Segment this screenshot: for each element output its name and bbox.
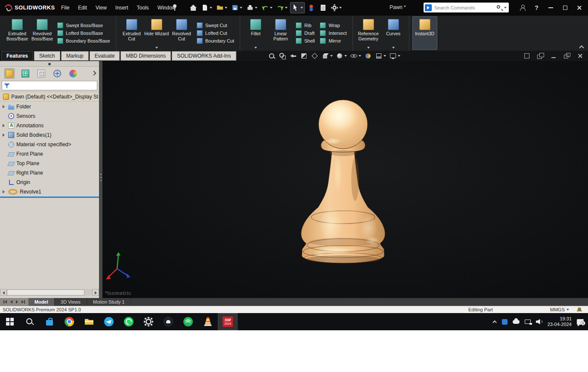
restore-doc-button[interactable]: [563, 52, 570, 59]
expander-icon[interactable]: [2, 190, 6, 194]
home-button[interactable]: [188, 3, 198, 13]
chevron-down-icon[interactable]: [398, 55, 400, 57]
tab-markup[interactable]: Markup: [61, 51, 89, 61]
chevron-down-icon[interactable]: [285, 7, 288, 9]
chevron-down-icon[interactable]: [384, 55, 386, 57]
expand-tabs-icon[interactable]: [92, 71, 96, 75]
select-button[interactable]: [290, 2, 305, 13]
file-properties-button[interactable]: [318, 3, 328, 13]
store-taskbar-button[interactable]: [40, 313, 59, 330]
network-icon[interactable]: [525, 320, 531, 324]
chevron-down-icon[interactable]: [504, 7, 507, 9]
chevron-down-icon[interactable]: [225, 7, 227, 9]
boundary-boss-base-button[interactable]: Boundary Boss/Base: [57, 38, 110, 44]
swept-cut-button[interactable]: Swept Cut: [197, 22, 234, 28]
chevron-down-icon[interactable]: [240, 7, 242, 9]
tree-item-annotations[interactable]: Annotations: [0, 121, 99, 130]
cascade-button[interactable]: [537, 52, 544, 59]
settings-taskbar-button[interactable]: [139, 313, 158, 330]
expander-icon[interactable]: [2, 105, 6, 109]
help-button[interactable]: [529, 0, 544, 15]
pawn-model[interactable]: [102, 61, 588, 298]
chevron-down-icon[interactable]: [255, 7, 257, 9]
redo-button[interactable]: [275, 3, 289, 13]
save-button[interactable]: [230, 3, 244, 13]
section-view-button[interactable]: [300, 52, 308, 60]
tree-root-item[interactable]: Pawn (Default) <<Default>_Display St: [0, 92, 99, 101]
menu-file[interactable]: File: [57, 3, 74, 12]
mirror-button[interactable]: Mirror: [320, 38, 347, 44]
undo-button[interactable]: [260, 3, 274, 13]
tree-item-right-plane[interactable]: Right Plane: [0, 168, 99, 178]
expander-icon[interactable]: [2, 133, 6, 137]
revolved-boss-base-button[interactable]: Revolved Boss/Base: [30, 16, 55, 50]
lofted-cut-button[interactable]: Lofted Cut: [197, 30, 234, 36]
close-doc-button[interactable]: [577, 52, 584, 59]
chevron-down-icon[interactable]: [392, 47, 395, 49]
lofted-boss-base-button[interactable]: Lofted Boss/Base: [57, 30, 110, 36]
tab-mbd-dimensions[interactable]: MBD Dimensions: [121, 51, 171, 61]
search-icon[interactable]: [496, 5, 502, 11]
scrollbar-thumb[interactable]: [7, 289, 84, 295]
units-selector[interactable]: MMGS: [550, 307, 569, 312]
vlc-taskbar-button[interactable]: [198, 313, 218, 330]
tree-item-revolve1[interactable]: Revolve1: [0, 187, 99, 197]
propertymanager-tab[interactable]: [20, 68, 31, 79]
configurationmanager-tab[interactable]: [36, 68, 46, 79]
print-button[interactable]: [245, 3, 259, 13]
pin-icon[interactable]: [172, 4, 178, 11]
hole-wizard-button[interactable]: Hole Wizard: [144, 16, 169, 50]
scroll-prev-tab-icon[interactable]: [10, 300, 12, 304]
chevron-down-icon[interactable]: [339, 7, 342, 9]
panel-viewport-splitter[interactable]: [99, 61, 102, 298]
status-flag-icon[interactable]: [577, 307, 582, 312]
tab-features[interactable]: Features: [1, 51, 33, 61]
curves-button[interactable]: Curves: [381, 16, 406, 50]
tab-3d-views[interactable]: 3D Views: [55, 298, 87, 306]
tree-item-folder[interactable]: Folder: [0, 102, 99, 111]
revolved-cut-button[interactable]: Revolved Cut: [169, 16, 194, 50]
maximize-button[interactable]: [558, 0, 572, 15]
draft-button[interactable]: Draft: [296, 30, 315, 36]
chevron-down-icon[interactable]: [270, 7, 272, 9]
panel-splitter-handle[interactable]: [0, 61, 99, 67]
chevron-down-icon[interactable]: [359, 55, 361, 57]
open-button[interactable]: [215, 3, 229, 13]
scroll-next-tab-icon[interactable]: [16, 300, 18, 304]
collapse-ribbon-icon[interactable]: [579, 46, 584, 49]
dimxpertmanager-tab[interactable]: [52, 68, 62, 79]
apply-scene-button[interactable]: [375, 52, 386, 60]
scroll-left-icon[interactable]: [0, 289, 7, 296]
user-account-button[interactable]: [515, 0, 529, 15]
tray-expand-icon[interactable]: [494, 320, 497, 323]
search-input[interactable]: [433, 5, 495, 11]
solidworks-taskbar-button[interactable]: SW2024: [218, 313, 238, 330]
wrap-button[interactable]: Wrap: [320, 22, 347, 28]
view-settings-button[interactable]: [389, 52, 400, 60]
tab-sketch[interactable]: Sketch: [34, 51, 60, 61]
chevron-down-icon[interactable]: [155, 47, 158, 49]
edit-appearance-button[interactable]: [364, 52, 372, 60]
chevron-down-icon[interactable]: [344, 55, 347, 57]
chevron-down-icon[interactable]: [254, 47, 257, 49]
whatsapp-taskbar-button[interactable]: [119, 313, 139, 330]
rollback-bar[interactable]: [0, 197, 99, 198]
menu-tools[interactable]: Tools: [133, 3, 153, 12]
tree-item-solid-bodies-1[interactable]: Solid Bodies(1): [0, 130, 99, 140]
notifications-button[interactable]: 1: [577, 319, 584, 325]
tree-item-front-plane[interactable]: Front Plane: [0, 149, 99, 159]
scroll-last-tab-icon[interactable]: [22, 300, 25, 304]
tab-evaluate[interactable]: Evaluate: [90, 51, 120, 61]
fillet-button[interactable]: Fillet: [243, 16, 268, 50]
clock[interactable]: 19:31 23-04-2024: [548, 316, 572, 327]
swept-boss-base-button[interactable]: Swept Boss/Base: [57, 22, 110, 28]
tab-solidworks-add-ins[interactable]: SOLIDWORKS Add-Ins: [172, 51, 236, 61]
displaymanager-tab[interactable]: [68, 68, 78, 79]
tray-app-icon[interactable]: [502, 319, 508, 325]
tree-item-origin[interactable]: Origin: [0, 178, 99, 187]
tab-model[interactable]: Model: [28, 298, 55, 306]
chrome-taskbar-button[interactable]: [59, 313, 79, 330]
tree-item-sensors[interactable]: Sensors: [0, 111, 99, 121]
new-window-button[interactable]: [523, 52, 530, 59]
volume-icon[interactable]: [536, 319, 542, 324]
